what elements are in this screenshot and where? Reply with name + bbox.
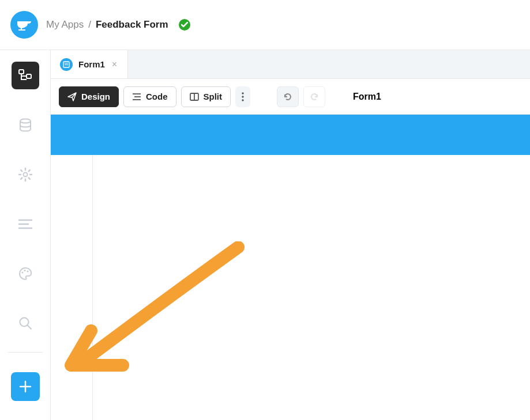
- design-button[interactable]: Design: [59, 86, 119, 107]
- svg-point-7: [21, 272, 23, 274]
- sidebar-item-text[interactable]: [12, 210, 39, 238]
- svg-point-10: [20, 318, 28, 327]
- anvil-icon: [16, 19, 32, 31]
- redo-button[interactable]: [303, 86, 325, 107]
- split-button[interactable]: Split: [181, 86, 231, 107]
- svg-point-22: [242, 92, 243, 94]
- form-name-label: Form1: [353, 92, 381, 102]
- check-icon: [181, 22, 188, 28]
- svg-rect-1: [27, 74, 31, 78]
- svg-rect-0: [19, 70, 24, 74]
- design-label: Design: [81, 92, 110, 101]
- sidebar-item-add[interactable]: [11, 372, 40, 401]
- svg-point-24: [242, 99, 243, 101]
- sidebar-item-app-browser[interactable]: [12, 62, 39, 89]
- code-label: Code: [146, 92, 168, 101]
- status-badge: [179, 19, 190, 31]
- paper-plane-icon: [67, 92, 77, 101]
- breadcrumb: My Apps / Feedback Form: [46, 19, 168, 31]
- form-canvas[interactable]: [92, 155, 530, 420]
- undo-icon: [283, 92, 293, 102]
- lines-icon: [18, 219, 33, 229]
- redo-icon: [309, 92, 319, 102]
- sidebar-divider: [8, 352, 43, 353]
- sidebar-item-search[interactable]: [12, 309, 39, 337]
- svg-line-11: [28, 326, 31, 329]
- search-icon: [18, 316, 33, 331]
- tabs-bar: Form1 ×: [51, 50, 530, 79]
- header: My Apps / Feedback Form: [0, 0, 530, 50]
- sidebar-item-database[interactable]: [12, 111, 39, 139]
- tab-form1[interactable]: Form1 ×: [51, 50, 128, 78]
- breadcrumb-current: Feedback Form: [96, 19, 168, 31]
- content: Form1 × Design Code: [51, 50, 530, 420]
- list-icon: [132, 93, 141, 101]
- tree-icon: [17, 67, 33, 84]
- svg-point-8: [24, 270, 25, 271]
- anvil-logo[interactable]: [10, 11, 38, 39]
- plus-icon: [18, 380, 32, 393]
- sidebar: [0, 50, 51, 420]
- palette-icon: [18, 266, 33, 281]
- tab-close-button[interactable]: ×: [111, 59, 118, 70]
- main-area: Form1 × Design Code: [0, 50, 530, 420]
- svg-point-23: [242, 96, 243, 97]
- gear-icon: [18, 167, 33, 182]
- svg-point-9: [27, 271, 28, 273]
- more-options-button[interactable]: [235, 86, 250, 107]
- form-header-banner[interactable]: [51, 115, 530, 155]
- database-icon: [18, 118, 33, 133]
- dots-vertical-icon: [242, 92, 244, 101]
- svg-point-2: [20, 119, 31, 123]
- tab-label: Form1: [78, 59, 105, 69]
- undo-button[interactable]: [277, 86, 299, 107]
- toolbar: Design Code Split: [51, 79, 530, 115]
- split-icon: [190, 93, 199, 101]
- canvas-area: [51, 115, 530, 420]
- split-label: Split: [204, 92, 223, 101]
- sidebar-item-theme[interactable]: [12, 260, 39, 287]
- code-button[interactable]: Code: [123, 86, 176, 107]
- form-icon: [60, 58, 73, 71]
- svg-point-3: [23, 173, 27, 177]
- sidebar-item-settings[interactable]: [12, 161, 39, 188]
- breadcrumb-separator: /: [88, 19, 91, 31]
- breadcrumb-parent[interactable]: My Apps: [46, 19, 84, 31]
